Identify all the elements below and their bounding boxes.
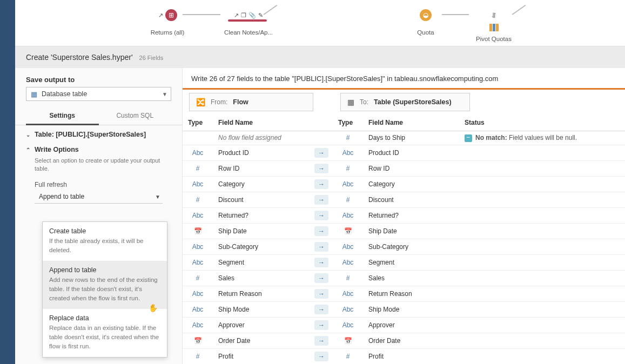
- table-row[interactable]: AbcCategory→AbcCategory: [183, 176, 625, 192]
- status-cell: [459, 270, 625, 286]
- section-write-options[interactable]: ⌃ Write Options: [26, 146, 171, 153]
- map-arrow[interactable]: →: [309, 301, 333, 317]
- status-cell: [459, 333, 625, 348]
- to-type: Abc: [333, 317, 363, 333]
- to-type: Abc: [333, 176, 363, 192]
- table-row[interactable]: AbcReturned?→AbcReturned?: [183, 207, 625, 223]
- table-row[interactable]: AbcReturn Reason→AbcReturn Reason: [183, 286, 625, 301]
- to-type: Abc: [333, 301, 363, 317]
- to-field: Sub-Category: [363, 239, 459, 254]
- to-header: ▦ To: Table (SuperStoreSales): [340, 93, 470, 111]
- to-label: To:: [360, 98, 368, 106]
- map-arrow[interactable]: →: [309, 176, 333, 192]
- col-status[interactable]: Status: [459, 114, 625, 131]
- col-type-from[interactable]: Type: [183, 114, 213, 131]
- table-row[interactable]: 📅Order Date→📅Order Date: [183, 333, 625, 348]
- map-arrow[interactable]: →: [309, 270, 333, 286]
- write-option-create-table[interactable]: Create table If the table already exists…: [43, 222, 167, 261]
- map-arrow[interactable]: →: [309, 223, 333, 239]
- from-field: No flow field assigned: [213, 131, 309, 145]
- pivot-bar-icon: [493, 24, 495, 31]
- from-type: Abc: [183, 239, 213, 254]
- section-table[interactable]: ⌄ Table: [PUBLIC].[SuperStoreSales]: [26, 131, 171, 138]
- status-cell: [459, 239, 625, 254]
- save-output-select[interactable]: ▦ Database table ▼: [26, 87, 171, 101]
- section-table-title: Table: [PUBLIC].[SuperStoreSales]: [35, 131, 146, 138]
- to-type: 📅: [333, 223, 363, 239]
- map-arrow[interactable]: →: [309, 239, 333, 254]
- to-field: Product ID: [363, 145, 459, 160]
- flow-node-quota[interactable]: ◒ Quota: [393, 5, 458, 36]
- write-option-append[interactable]: Append to table Add new rows to the end …: [43, 261, 167, 309]
- step-header: Create 'Superstore Sales.hyper' 26 Field…: [15, 46, 625, 68]
- status-cell: [459, 207, 625, 223]
- map-arrow[interactable]: →: [309, 286, 333, 301]
- write-option-replace[interactable]: Replace data Replace data in an existing…: [43, 309, 167, 357]
- table-row[interactable]: #Discount→#Discount: [183, 192, 625, 207]
- flow-node-pivot[interactable]: ⥯ Pivot Quotas: [461, 5, 526, 42]
- save-output-value: Database table: [42, 90, 87, 98]
- map-arrow[interactable]: →: [309, 317, 333, 333]
- export-icon: ↗: [158, 12, 163, 19]
- status-cell: [459, 176, 625, 192]
- tab-settings[interactable]: Settings: [26, 107, 99, 125]
- to-value: Table (SuperStoreSales): [374, 98, 452, 106]
- col-field-to[interactable]: Field Name: [363, 114, 459, 131]
- to-field: Category: [363, 176, 459, 192]
- flow-node-label: Returns (all): [135, 29, 200, 36]
- table-row[interactable]: #Profit→#Profit: [183, 348, 625, 364]
- arrow-right-icon: →: [314, 148, 328, 158]
- step-fieldcount: 26 Fields: [139, 55, 164, 61]
- table-row[interactable]: 📅Ship Date→📅Ship Date: [183, 223, 625, 239]
- no-match-icon: [465, 134, 472, 142]
- sidebar-tabs: Settings Custom SQL: [15, 107, 182, 125]
- table-row[interactable]: #Row ID→#Row ID: [183, 160, 625, 176]
- to-field: Segment: [363, 254, 459, 270]
- table-row[interactable]: AbcSub-Category→AbcSub-Category: [183, 239, 625, 254]
- attach-icon: 📎: [248, 12, 256, 19]
- copy-icon: ❐: [241, 12, 246, 19]
- map-arrow[interactable]: →: [309, 333, 333, 348]
- status-cell: [459, 286, 625, 301]
- status-cell: [459, 254, 625, 270]
- table-row[interactable]: AbcSegment→AbcSegment: [183, 254, 625, 270]
- table-row[interactable]: #Sales→#Sales: [183, 270, 625, 286]
- table-row[interactable]: AbcProduct ID→AbcProduct ID: [183, 145, 625, 160]
- arrow-right-icon: →: [314, 179, 328, 189]
- dd-desc: Replace data in an existing table. If th…: [49, 323, 160, 350]
- map-arrow[interactable]: →: [309, 145, 333, 160]
- col-type-to[interactable]: Type: [333, 114, 363, 131]
- map-arrow[interactable]: →: [309, 160, 333, 176]
- map-arrow[interactable]: →: [309, 348, 333, 364]
- from-field: Return Reason: [213, 286, 309, 301]
- from-type: #: [183, 270, 213, 286]
- from-field: Ship Mode: [213, 301, 309, 317]
- mapping-summary: Write 26 of 27 fields to the table "[PUB…: [183, 68, 625, 90]
- flow-node-returns[interactable]: ↗ ⊞ Returns (all): [135, 5, 200, 36]
- from-field: Row ID: [213, 160, 309, 176]
- dd-title: Create table: [49, 227, 160, 235]
- table-row[interactable]: No flow field assigned#Days to ShipNo ma…: [183, 131, 625, 145]
- tab-custom-sql[interactable]: Custom SQL: [99, 107, 172, 125]
- to-type: #: [333, 348, 363, 364]
- col-field-from[interactable]: Field Name: [213, 114, 309, 131]
- map-arrow[interactable]: →: [309, 192, 333, 207]
- map-arrow[interactable]: →: [309, 207, 333, 223]
- dd-desc: If the table already exists, it will be …: [49, 237, 160, 254]
- map-arrow[interactable]: →: [309, 254, 333, 270]
- write-option-select[interactable]: Append to table ▼: [35, 191, 163, 204]
- section-write-options-title: Write Options: [35, 146, 79, 153]
- from-type: [183, 131, 213, 145]
- to-type: Abc: [333, 207, 363, 223]
- flow-node-clean[interactable]: ↗ ❐ 📎 ✎ Clean Notes/Ap...: [216, 5, 281, 36]
- map-arrow[interactable]: [309, 131, 333, 145]
- flow-icon: 🔀: [196, 98, 205, 106]
- to-type: #: [333, 192, 363, 207]
- write-option-dropdown: Create table If the table already exists…: [42, 221, 167, 358]
- from-type: 📅: [183, 333, 213, 348]
- from-field: Category: [213, 176, 309, 192]
- arrow-right-icon: →: [314, 242, 328, 252]
- table-row[interactable]: AbcApprover→AbcApprover: [183, 317, 625, 333]
- table-row[interactable]: AbcShip Mode→AbcShip Mode: [183, 301, 625, 317]
- from-field: Ship Date: [213, 223, 309, 239]
